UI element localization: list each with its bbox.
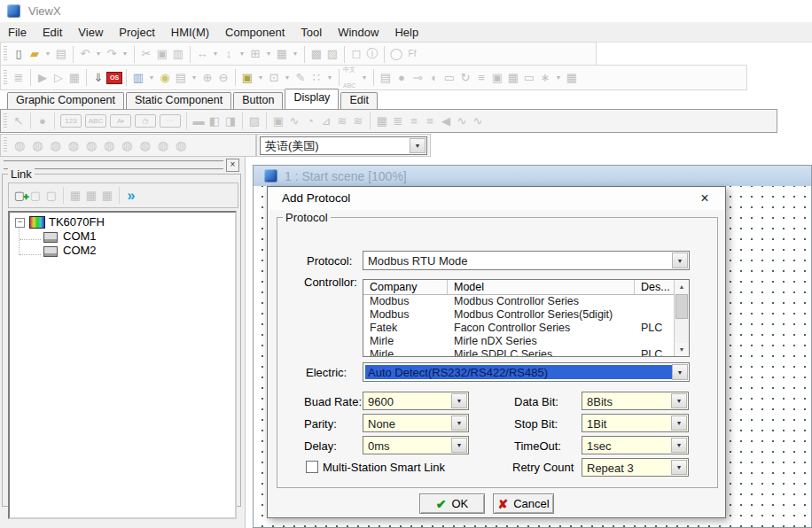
ok-button[interactable]: ✔ OK — [419, 493, 485, 514]
open-project-icon[interactable]: ▰ — [27, 46, 43, 62]
message-display-icon[interactable]: A▪ — [110, 114, 131, 128]
scene-titlebar[interactable]: 1 : Start scene [100%] — [254, 166, 811, 187]
date-display-icon[interactable]: ··· — [160, 114, 181, 128]
language-dropdown-icon[interactable]: ▼ — [359, 70, 370, 86]
tree-collapse-icon[interactable]: − — [15, 218, 25, 228]
data-table-icon[interactable]: ▦ — [564, 70, 580, 86]
rotate-scene-icon[interactable]: ↻ — [457, 70, 473, 86]
stop-bit-combobox[interactable]: 1Bit ▼ — [582, 414, 689, 432]
verify-table-icon[interactable]: ▦ — [83, 188, 99, 204]
animated-graphic-icon[interactable]: ▣ — [270, 113, 286, 129]
tree-item-com2[interactable]: COM2 — [63, 244, 97, 257]
tree-item-device[interactable]: TK6070FH — [49, 215, 105, 229]
tank-vertical-icon[interactable]: ◨ — [223, 113, 238, 129]
recipe-list-icon[interactable]: ≡ — [473, 70, 489, 86]
scroll-up-icon[interactable]: ▲ — [675, 280, 689, 293]
column-des[interactable]: Des... — [635, 280, 675, 294]
new-file-icon[interactable]: ▯ — [11, 46, 27, 62]
match-height-icon[interactable]: ↕ — [221, 46, 237, 62]
table-row[interactable]: Modbus Modbus Controllor Series — [363, 295, 689, 308]
bar-meter-icon[interactable]: ▬ — [191, 113, 207, 129]
alarm-list-icon[interactable]: ≣ — [390, 113, 406, 129]
state-indicator-icon[interactable]: ◍ — [158, 138, 168, 152]
tree-item-com1[interactable]: COM1 — [63, 229, 97, 243]
table-row[interactable]: Fatek Facon Controllor Series PLC — [363, 322, 689, 335]
menu-hmi[interactable]: HMI(M) — [163, 26, 217, 39]
alarm-scroll-icon[interactable]: ≡ — [406, 113, 422, 129]
window-view-icon[interactable]: ▥ — [130, 70, 146, 86]
dialog-close-icon[interactable]: × — [697, 190, 713, 206]
tab-graphic-component[interactable]: Graphic Component — [7, 92, 124, 109]
compile-list-icon[interactable]: ≣ — [11, 70, 27, 86]
column-model[interactable]: Model — [448, 280, 635, 294]
keyboard-icon[interactable]: ▤ — [378, 70, 394, 86]
undo-dropdown-icon[interactable]: ▼ — [93, 46, 104, 62]
align-grid-dropdown-icon[interactable]: ▼ — [263, 46, 274, 62]
menu-window[interactable]: Window — [330, 26, 386, 39]
trend-chart-icon[interactable]: ∿ — [286, 113, 302, 129]
xy-curve-icon[interactable]: ∿ — [470, 113, 486, 129]
history-table-icon[interactable]: ▦ — [374, 113, 390, 129]
oscilloscope-icon[interactable]: ∿ — [454, 113, 470, 129]
paste-icon[interactable]: ▥ — [170, 46, 186, 62]
baud-rate-combobox[interactable]: 9600 ▼ — [363, 392, 469, 410]
sampling-trend-icon[interactable]: ≋ — [350, 113, 366, 129]
scene-manager-icon[interactable]: ▤ — [173, 70, 189, 86]
baud-rate-dropdown-icon[interactable]: ▼ — [451, 393, 467, 408]
save-icon[interactable]: ▤ — [53, 46, 69, 62]
data-bit-dropdown-icon[interactable]: ▼ — [671, 393, 687, 408]
numeric-display-icon[interactable]: 123 — [60, 114, 82, 128]
language-text-icon[interactable]: 中文ABC — [343, 70, 359, 86]
zoom-in-icon[interactable]: ⊕ — [199, 70, 215, 86]
delete-link-icon[interactable]: ▢ — [43, 188, 59, 204]
menu-file[interactable]: File — [0, 26, 35, 39]
redo-dropdown-icon[interactable]: ▼ — [120, 46, 130, 62]
run-without-download-icon[interactable]: ▷ — [51, 70, 66, 86]
controller-table-header[interactable]: Company Model Des... — [363, 280, 689, 295]
table-row[interactable]: Mirle Mirle SDPLC Series PLC — [363, 348, 689, 357]
parity-dropdown-icon[interactable]: ▼ — [451, 415, 467, 431]
ui-language-dropdown-icon[interactable]: ▼ — [410, 138, 426, 153]
stamp-icon[interactable]: ⊡ — [266, 70, 282, 86]
tab-display[interactable]: Display — [285, 89, 339, 109]
electric-combobox[interactable]: Auto Detect(RS232/RS422/RS485) ▼ — [363, 362, 690, 382]
ui-language-combobox[interactable]: 英语(美国) ▼ — [260, 136, 427, 155]
download-icon[interactable]: ⇓ — [90, 70, 106, 86]
match-width-icon[interactable]: ↔ — [194, 46, 210, 62]
shape-ring-icon[interactable]: ◯ — [388, 46, 404, 62]
column-company[interactable]: Company — [363, 280, 448, 294]
dialog-titlebar[interactable]: Add Protocol × — [268, 187, 725, 210]
toolbar-grip[interactable] — [4, 46, 7, 62]
object-frame-icon[interactable]: ◻ — [348, 46, 364, 62]
delay-dropdown-icon[interactable]: ▼ — [451, 438, 467, 453]
menu-view[interactable]: View — [70, 26, 111, 39]
gesture-dropdown-icon[interactable]: ▼ — [553, 70, 564, 86]
zoom-out-icon[interactable]: ⊖ — [215, 70, 231, 86]
marquee-icon[interactable]: ◀ — [438, 113, 454, 129]
cut-icon[interactable]: ✂ — [138, 46, 154, 62]
table-scrollbar[interactable]: ▲ ▼ — [674, 280, 689, 356]
parity-combobox[interactable]: None ▼ — [363, 414, 469, 432]
menu-help[interactable]: Help — [386, 26, 426, 39]
history-trend-icon[interactable]: ≋ — [334, 113, 350, 129]
object-layers-icon[interactable]: ▣ — [239, 70, 255, 86]
picture-display-icon[interactable]: ▨ — [246, 113, 262, 129]
state-indicator-icon[interactable]: ◍ — [50, 138, 60, 152]
state-indicator-icon[interactable]: ◍ — [86, 138, 97, 152]
delay-combobox[interactable]: 0ms ▼ — [363, 436, 469, 454]
protocol-combobox[interactable]: Modbus RTU Mode ▼ — [363, 251, 690, 270]
state-indicator-icon[interactable]: ◍ — [104, 138, 114, 152]
match-width-dropdown-icon[interactable]: ▼ — [210, 46, 221, 62]
panel-dock-grip[interactable] — [4, 160, 223, 170]
copy-icon[interactable]: ▣ — [154, 46, 170, 62]
state-indicator-icon[interactable]: ◍ — [121, 138, 132, 152]
expand-more-icon[interactable]: » — [123, 188, 139, 204]
multi-station-checkbox[interactable] — [306, 461, 318, 473]
timeout-combobox[interactable]: 1sec ▼ — [582, 436, 689, 454]
remote-monitor-icon[interactable]: ▭ — [521, 70, 537, 86]
scroll-thumb[interactable] — [675, 294, 688, 319]
text-display-icon[interactable]: ABC — [85, 114, 106, 128]
retry-count-combobox[interactable]: Repeat 3 ▼ — [582, 458, 689, 477]
import-table-icon[interactable]: ▦ — [67, 188, 83, 204]
menu-component[interactable]: Component — [217, 26, 293, 39]
